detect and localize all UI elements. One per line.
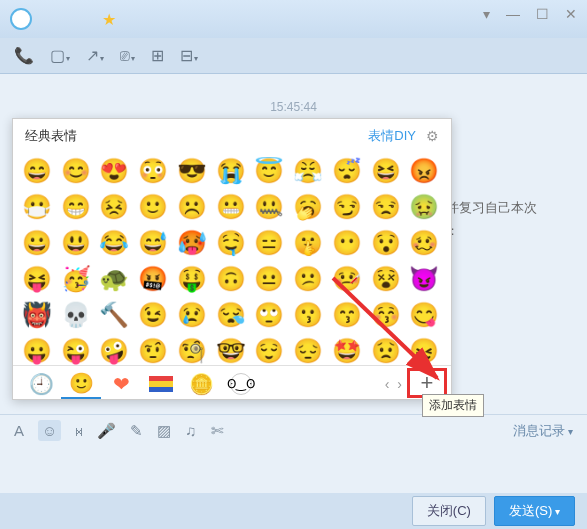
emoji-item[interactable]: 😋 — [408, 299, 440, 331]
screen-icon[interactable]: ⎚ — [120, 47, 135, 65]
video-icon[interactable]: ▢ — [50, 46, 70, 65]
emoji-item[interactable]: 🤐 — [253, 191, 285, 223]
emoji-item[interactable]: 🙂 — [137, 191, 169, 223]
emoji-item[interactable]: 😵 — [370, 263, 402, 295]
emoji-item[interactable]: 😚 — [370, 299, 402, 331]
share-icon[interactable]: ↗ — [86, 46, 104, 65]
send-button[interactable]: 发送(S) — [494, 496, 575, 526]
window-more[interactable]: ▾ — [479, 6, 494, 22]
emoji-item[interactable]: 🤪 — [98, 335, 130, 365]
emoji-item[interactable]: 🤓 — [215, 335, 247, 365]
tab-face[interactable]: ʘ‿ʘ — [221, 369, 261, 399]
emoji-item[interactable]: 🐢 — [98, 263, 130, 295]
emoji-item[interactable]: 😍 — [98, 155, 130, 187]
emoji-item[interactable]: 😯 — [370, 227, 402, 259]
emoji-item[interactable]: 🙄 — [253, 299, 285, 331]
emoji-item[interactable]: 🥳 — [60, 263, 92, 295]
emoji-item[interactable]: 😐 — [253, 263, 285, 295]
window-minimize[interactable]: — — [502, 6, 524, 22]
tab-recent[interactable]: 🕘 — [21, 369, 61, 399]
add-icon[interactable]: ⊞ — [151, 46, 164, 65]
emoji-item[interactable]: 😴 — [331, 155, 363, 187]
emoji-item[interactable]: 😗 — [292, 299, 324, 331]
emoji-item[interactable]: 😢 — [176, 299, 208, 331]
music-icon[interactable]: ♫ — [185, 422, 196, 439]
emoji-item[interactable]: 🤒 — [331, 263, 363, 295]
emoji-item[interactable]: 💀 — [60, 299, 92, 331]
tab-coin[interactable]: 🪙 — [181, 369, 221, 399]
emoji-item[interactable]: 😅 — [137, 227, 169, 259]
tab-prev[interactable]: ‹ — [382, 376, 393, 392]
emoji-item[interactable]: 😑 — [253, 227, 285, 259]
app-logo — [10, 8, 32, 30]
emoji-item[interactable]: 😈 — [408, 263, 440, 295]
voice-icon[interactable]: 🎤 — [97, 422, 116, 440]
emoji-item[interactable]: 🤨 — [137, 335, 169, 365]
emoji-item[interactable]: 😳 — [137, 155, 169, 187]
emoji-item[interactable]: ☹️ — [176, 191, 208, 223]
emoji-item[interactable]: 😄 — [21, 155, 53, 187]
emoji-item[interactable]: 😎 — [176, 155, 208, 187]
emoji-item[interactable]: 😇 — [253, 155, 285, 187]
emoji-item[interactable]: 🥵 — [176, 227, 208, 259]
window-maximize[interactable]: ☐ — [532, 6, 553, 22]
emoji-item[interactable]: 😙 — [331, 299, 363, 331]
emoji-item[interactable]: 🥱 — [292, 191, 324, 223]
emoji-item[interactable]: 😊 — [60, 155, 92, 187]
emoji-item[interactable]: 😃 — [60, 227, 92, 259]
emoji-item[interactable]: 😛 — [21, 335, 53, 365]
emoji-item[interactable]: 😜 — [60, 335, 92, 365]
emoji-item[interactable]: 🤬 — [137, 263, 169, 295]
emoji-item[interactable]: 🤫 — [292, 227, 324, 259]
emoji-item[interactable]: 🧐 — [176, 335, 208, 365]
emoji-item[interactable]: 🙃 — [215, 263, 247, 295]
emoji-item[interactable]: 😔 — [292, 335, 324, 365]
emoji-item[interactable]: 😕 — [292, 263, 324, 295]
emoji-panel: 经典表情 表情DIY ⚙ 😄😊😍😳😎😭😇😤😴😆😡😷😁😣🙂☹️😬🤐🥱😏😒🤢😀😃😂😅… — [12, 118, 452, 400]
emoji-item[interactable]: 😂 — [98, 227, 130, 259]
tab-flag[interactable] — [141, 369, 181, 399]
window-close[interactable]: ✕ — [561, 6, 581, 22]
close-button[interactable]: 关闭(C) — [412, 496, 486, 526]
tab-heart[interactable]: ❤ — [101, 369, 141, 399]
emoji-item[interactable]: 😬 — [215, 191, 247, 223]
emoji-item[interactable]: 🔨 — [98, 299, 130, 331]
emoji-item[interactable]: 😤 — [292, 155, 324, 187]
phone-icon[interactable]: 📞 — [14, 46, 34, 65]
emoji-item[interactable]: 😉 — [137, 299, 169, 331]
brush-icon[interactable]: ✎ — [130, 422, 143, 440]
emoji-item[interactable]: 😟 — [370, 335, 402, 365]
emoji-diy-link[interactable]: 表情DIY — [368, 127, 416, 145]
emoji-item[interactable]: 😷 — [21, 191, 53, 223]
tab-next[interactable]: › — [394, 376, 405, 392]
gear-icon[interactable]: ⚙ — [426, 128, 439, 144]
emoji-item[interactable]: 👹 — [21, 299, 53, 331]
message-history-link[interactable]: 消息记录 — [513, 422, 573, 440]
emoji-item[interactable]: 🤑 — [176, 263, 208, 295]
cut-icon[interactable]: ✄ — [211, 422, 224, 440]
image-icon[interactable]: ▨ — [157, 422, 171, 440]
emoji-item[interactable]: 😭 — [215, 155, 247, 187]
emoji-item[interactable]: 😪 — [215, 299, 247, 331]
emoji-item[interactable]: 😀 — [21, 227, 53, 259]
emoji-item[interactable]: 🤤 — [215, 227, 247, 259]
emoji-item[interactable]: 😖 — [408, 335, 440, 365]
emoji-item[interactable]: 😒 — [370, 191, 402, 223]
emoji-item[interactable]: 🥴 — [408, 227, 440, 259]
emoji-icon[interactable]: ☺ — [38, 420, 61, 441]
emoji-item[interactable]: 😁 — [60, 191, 92, 223]
font-icon[interactable]: A — [14, 422, 24, 439]
emoji-item[interactable]: 😝 — [21, 263, 53, 295]
gif-icon[interactable]: ⳮ — [75, 422, 83, 439]
emoji-item[interactable]: 😡 — [408, 155, 440, 187]
emoji-item[interactable]: 😣 — [98, 191, 130, 223]
emoji-item[interactable]: 😏 — [331, 191, 363, 223]
emoji-item[interactable]: 😌 — [253, 335, 285, 365]
emoji-item[interactable]: 😶 — [331, 227, 363, 259]
emoji-item[interactable]: 🤢 — [408, 191, 440, 223]
app-icon[interactable]: ⊟ — [180, 46, 198, 65]
tab-classic[interactable]: 🙂 — [61, 369, 101, 399]
emoji-item[interactable]: 😆 — [370, 155, 402, 187]
message-input[interactable] — [0, 446, 587, 493]
emoji-item[interactable]: 🤩 — [331, 335, 363, 365]
